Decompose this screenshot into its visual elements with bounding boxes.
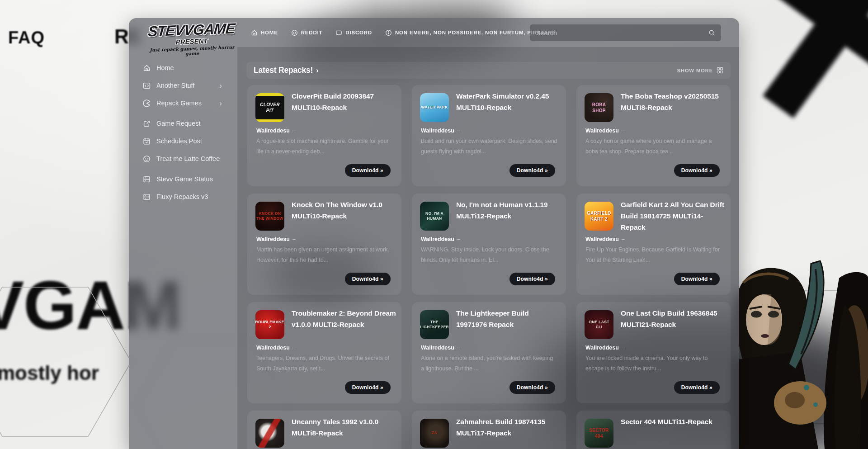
repack-card[interactable]: WATER PARK WaterPark Simulator v0.2.45 M… [412,85,566,186]
sidebar-item-stevv-game-status[interactable]: Stevv Game Status [129,174,237,184]
main-overlay-panel: STEVVGAME PRESENT Just repack games, mos… [129,18,739,449]
repack-card[interactable]: TROUBLEMAKER 2 Troublemaker 2: Beyond Dr… [247,302,401,403]
download-button[interactable]: Downlo4d » [509,381,555,394]
thumb-text: NO, I'M A HUMAN [421,211,448,221]
repack-card[interactable]: ONE LAST CLI One Last Clip Build 1963684… [576,302,731,403]
bg-character-art [731,251,868,449]
nav-link-discord[interactable]: DISCORD [335,29,372,36]
repack-title[interactable]: Knock On The Window v1.0 MULTi10-Repack [292,199,396,222]
download-button[interactable]: Downlo4d » [509,273,555,285]
download-button[interactable]: Downlo4d » [345,164,391,177]
repack-title[interactable]: CloverPit Build 20093847 MULTi10-Repack [292,91,396,113]
download-button[interactable]: Downlo4d » [674,164,720,177]
sidebar-item-treat-me-latte[interactable]: Treat me Latte Coffee [129,153,237,164]
author-row: Wallreddesu– [421,236,460,242]
server-icon [143,175,151,183]
logo-title: STEVVGAME [142,20,241,40]
download-button[interactable]: Downlo4d » [345,381,391,394]
nav-link-label: DISCORD [345,30,372,35]
author-link[interactable]: Wallreddesu [585,128,619,134]
repack-title[interactable]: One Last Clip Build 19636845 MULTi21-Rep… [621,308,726,331]
repack-title[interactable]: WaterPark Simulator v0.2.45 MULTi10-Repa… [456,91,561,113]
repack-card[interactable]: THE LIGHTKEEPER The Lightkeeper Build 19… [412,302,566,403]
search-input[interactable] [530,29,708,37]
sidebar-item-repack-games[interactable]: Repack Games › [129,98,237,109]
game-thumbnail[interactable]: CLOVER PIT [255,93,284,122]
sidebar-item-home[interactable]: Home [129,62,237,73]
author-link[interactable]: Wallreddesu [585,345,619,351]
repack-description: You are locked inside a cinema. Your onl… [585,353,722,374]
home-icon [143,64,151,72]
author-row: Wallreddesu– [256,236,296,242]
chevron-right-icon: › [316,66,318,74]
sidebar-item-game-request[interactable]: Game Request [129,118,237,129]
repack-title[interactable]: Uncanny Tales 1992 v1.0.0 MULTi8-Repack [292,416,396,439]
game-thumbnail[interactable]: BOBA SHOP [585,93,613,122]
code-box-icon [143,82,151,90]
repack-description: Build and run your own waterpark. Design… [421,136,557,157]
nav-link-home[interactable]: HOME [251,29,278,36]
sidebar-item-label: Treat me Latte Coffee [156,155,220,162]
author-link[interactable]: Wallreddesu [421,345,454,351]
game-thumbnail[interactable]: WATER PARK [420,93,449,122]
author-dash: – [622,345,625,351]
download-button[interactable]: Downlo4d » [674,273,720,285]
thumb-text: SECTOR 404 [585,427,613,439]
game-thumbnail[interactable]: ZA [420,419,449,448]
author-link[interactable]: Wallreddesu [421,236,454,242]
game-thumbnail[interactable]: NO, I'M A HUMAN [420,202,449,231]
repack-title[interactable]: Troublemaker 2: Beyond Dream v1.0.0 MULT… [292,308,396,331]
sidebar-item-label: Game Request [156,120,201,127]
author-dash: – [292,345,296,351]
author-link[interactable]: Wallreddesu [256,345,290,351]
game-thumbnail[interactable]: GARFIELD KART 2 [585,202,613,231]
repack-card[interactable]: GARFIELD KART 2 Garfield Kart 2 All You … [576,194,731,295]
repack-card[interactable]: SECTOR 404 Sector 404 MULTi11-Repack [576,411,731,449]
download-button[interactable]: Downlo4d » [509,164,555,177]
author-row: Wallreddesu– [256,128,296,134]
author-row: Wallreddesu– [256,345,296,351]
author-dash: – [457,236,460,242]
repack-title[interactable]: Garfield Kart 2 All You Can Drift Build … [621,199,726,233]
sidebar-item-schedules-post[interactable]: Schedules Post [129,136,237,147]
repack-card[interactable]: Uncanny Tales 1992 v1.0.0 MULTi8-Repack [247,411,401,449]
repack-title[interactable]: The Lightkeeper Build 19971976 Repack [456,308,561,331]
game-thumbnail[interactable]: THE LIGHTKEEPER [420,310,449,339]
game-thumbnail[interactable]: ONE LAST CLI [585,310,613,339]
author-link[interactable]: Wallreddesu [256,128,290,134]
repack-card[interactable]: BOBA SHOP The Boba Teashop v20250515 MUL… [576,85,731,186]
sidebar: Home Another Stuff › Repack Games › Game… [129,47,237,449]
author-link[interactable]: Wallreddesu [585,236,619,242]
repack-title[interactable]: The Boba Teashop v20250515 MULTi8-Repack [621,91,726,113]
download-button[interactable]: Downlo4d » [345,273,391,285]
thumb-text: GARFIELD KART 2 [585,210,613,222]
sidebar-item-label: Stevv Game Status [156,175,213,183]
nav-link-label: HOME [261,30,278,35]
repack-card[interactable]: NO, I'M A HUMAN No, I'm not a Human v1.1… [412,194,566,295]
repack-card[interactable]: CLOVER PIT CloverPit Build 20093847 MULT… [247,85,401,186]
repack-description: Alone on a remote island, you're tasked … [421,353,557,374]
game-thumbnail[interactable]: TROUBLEMAKER 2 [255,310,284,339]
sidebar-item-fluxy-repacks[interactable]: Fluxy Repacks v3 [129,191,237,202]
repack-card[interactable]: ZA ZahmahreL Build 19874135 MULTi17-Repa… [412,411,566,449]
thumb-text: TROUBLEMAKER 2 [255,320,284,330]
game-thumbnail[interactable] [255,419,284,448]
author-link[interactable]: Wallreddesu [421,128,454,134]
repack-title[interactable]: ZahmahreL Build 19874135 MULTi17-Repack [456,416,561,439]
nav-link-reddit[interactable]: REDDIT [291,29,323,36]
author-dash: – [292,128,296,134]
sidebar-item-another-stuff[interactable]: Another Stuff › [129,80,237,91]
author-dash: – [622,236,625,242]
sidebar-item-label: Another Stuff [156,82,194,89]
download-button[interactable]: Downlo4d » [674,381,720,394]
repack-card[interactable]: KNOCK ON THE WINDOW Knock On The Window … [247,194,401,295]
repack-title[interactable]: Sector 404 MULTi11-Repack [621,416,726,428]
show-more-button[interactable]: SHOW MORE [677,67,723,74]
repack-title[interactable]: No, I'm not a Human v1.1.19 MULTi12-Repa… [456,199,561,222]
site-logo[interactable]: STEVVGAME PRESENT Just repack games, mos… [143,20,241,57]
game-thumbnail[interactable]: SECTOR 404 [585,419,613,448]
sidebar-item-label: Home [156,64,174,71]
search-icon[interactable] [708,29,715,36]
author-link[interactable]: Wallreddesu [256,236,290,242]
game-thumbnail[interactable]: KNOCK ON THE WINDOW [255,202,284,231]
